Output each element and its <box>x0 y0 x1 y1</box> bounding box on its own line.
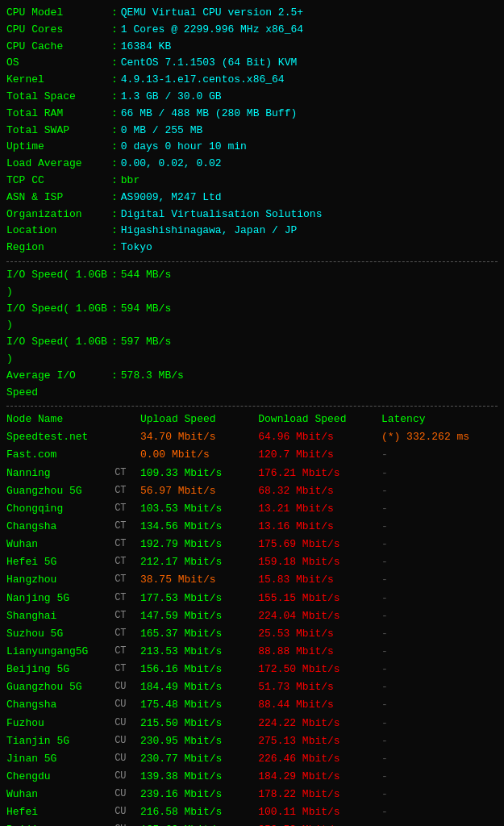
network-section: Node Name Upload Speed Download Speed La… <box>6 411 498 826</box>
system-info-row: Kernel: 4.9.13-1.el7.centos.x86_64 <box>6 72 498 89</box>
cell-download: 15.83 Mbit/s <box>258 571 381 589</box>
cell-isp: CT <box>115 482 140 500</box>
system-info-row: CPU Cache: 16384 KB <box>6 39 498 56</box>
cell-node: Hefei <box>6 803 115 821</box>
cell-download: 13.16 Mbit/s <box>258 518 381 536</box>
cell-download: 253.52 Mbit/s <box>258 821 381 826</box>
system-info-value: 1 Cores @ 2299.996 MHz x86_64 <box>121 22 303 39</box>
cell-isp: CT <box>115 643 140 661</box>
cell-isp <box>115 428 140 446</box>
cell-node: Beijing 5G <box>6 661 115 678</box>
cell-download: 175.69 Mbit/s <box>258 536 381 553</box>
cell-upload: 156.16 Mbit/s <box>140 661 258 678</box>
cell-isp: CT <box>115 571 140 589</box>
cell-upload: 38.75 Mbit/s <box>140 571 258 589</box>
system-info-row: TCP CC: bbr <box>6 173 498 190</box>
cell-isp: CU <box>115 768 140 786</box>
io-value: 544 MB/s <box>121 267 171 301</box>
network-table: Node Name Upload Speed Download Speed La… <box>6 411 498 826</box>
table-row: Lianyungang5GCT213.53 Mbit/s88.88 Mbit/s… <box>6 643 498 661</box>
io-label: I/O Speed( 1.0GB ) <box>6 334 111 368</box>
cell-download: 88.44 Mbit/s <box>258 696 381 714</box>
cell-isp: CU <box>115 715 140 732</box>
colon-separator: : <box>111 72 118 89</box>
table-row: WuhanCT192.79 Mbit/s175.69 Mbit/s- <box>6 536 498 553</box>
cell-download: 226.46 Mbit/s <box>258 750 381 768</box>
table-row: WuhanCU239.16 Mbit/s178.22 Mbit/s- <box>6 786 498 803</box>
cell-node: Guangzhou 5G <box>6 482 115 500</box>
cell-download: 64.96 Mbit/s <box>258 428 381 446</box>
cell-node: Changsha <box>6 696 115 714</box>
col-header-node: Node Name <box>6 411 140 428</box>
cell-latency: - <box>381 482 498 500</box>
cell-upload: 175.48 Mbit/s <box>140 696 258 714</box>
system-info-row: Load Average: 0.00, 0.02, 0.02 <box>6 156 498 173</box>
cell-download: 159.18 Mbit/s <box>258 553 381 571</box>
system-info-label: TCP CC <box>6 173 111 190</box>
system-info-value: Tokyo <box>121 240 152 257</box>
cell-download: 68.32 Mbit/s <box>258 482 381 500</box>
colon-separator: : <box>111 368 118 402</box>
system-info-label: Total Space <box>6 89 111 106</box>
cell-isp: CU <box>115 803 140 821</box>
table-row: Jinan 5GCU230.77 Mbit/s226.46 Mbit/s- <box>6 750 498 768</box>
cell-latency: - <box>381 678 498 696</box>
table-header-row: Node Name Upload Speed Download Speed La… <box>6 411 498 428</box>
cell-isp: CT <box>115 661 140 678</box>
cell-node: Hangzhou <box>6 571 115 589</box>
system-info-label: Location <box>6 223 111 240</box>
colon-separator: : <box>111 106 118 123</box>
colon-separator: : <box>111 334 118 368</box>
system-info-value: Higashishinagawa, Japan / JP <box>121 223 297 240</box>
cell-upload: 230.95 Mbit/s <box>140 732 258 750</box>
io-value: 594 MB/s <box>121 301 171 335</box>
cell-upload: 134.56 Mbit/s <box>140 518 258 536</box>
system-info-label: Kernel <box>6 72 111 89</box>
table-row: ChongqingCT103.53 Mbit/s13.21 Mbit/s- <box>6 500 498 518</box>
system-info-label: Organization <box>6 206 111 223</box>
cell-latency: - <box>381 732 498 750</box>
system-info-value: 16384 KB <box>121 39 171 56</box>
table-row: ChengduCU139.38 Mbit/s184.29 Mbit/s- <box>6 768 498 786</box>
cell-latency: - <box>381 625 498 643</box>
col-header-latency: Latency <box>381 411 498 428</box>
cell-latency: - <box>381 750 498 768</box>
io-info-row: I/O Speed( 1.0GB ): 597 MB/s <box>6 334 498 368</box>
cell-upload: 212.17 Mbit/s <box>140 553 258 571</box>
cell-latency: - <box>381 446 498 464</box>
table-row: FuzhouCU215.50 Mbit/s224.22 Mbit/s- <box>6 715 498 732</box>
system-info-label: OS <box>6 55 111 72</box>
cell-download: 155.15 Mbit/s <box>258 590 381 607</box>
cell-latency: - <box>381 571 498 589</box>
system-info-value: 4.9.13-1.el7.centos.x86_64 <box>121 72 285 89</box>
cell-latency: - <box>381 465 498 482</box>
cell-isp: CT <box>115 518 140 536</box>
cell-download: 178.22 Mbit/s <box>258 786 381 803</box>
system-info-row: ASN & ISP: AS9009, M247 Ltd <box>6 190 498 206</box>
io-label: Average I/O Speed <box>6 368 111 402</box>
table-row: ChangshaCU175.48 Mbit/s88.44 Mbit/s- <box>6 696 498 714</box>
io-label: I/O Speed( 1.0GB ) <box>6 267 111 301</box>
cell-download: 172.50 Mbit/s <box>258 661 381 678</box>
system-info-row: OS: CentOS 7.1.1503 (64 Bit) KVM <box>6 55 498 72</box>
cell-download: 120.7 Mbit/s <box>258 446 381 464</box>
system-info-label: Total SWAP <box>6 123 111 140</box>
system-info-row: Uptime: 0 days 0 hour 10 min <box>6 139 498 156</box>
cell-download: 224.22 Mbit/s <box>258 715 381 732</box>
system-info-value: bbr <box>121 173 140 190</box>
cell-upload: 184.49 Mbit/s <box>140 678 258 696</box>
cell-upload: 139.38 Mbit/s <box>140 768 258 786</box>
cell-node: Lianyungang5G <box>6 643 115 661</box>
system-info-row: Location: Higashishinagawa, Japan / JP <box>6 223 498 240</box>
cell-isp: CU <box>115 750 140 768</box>
io-info-row: I/O Speed( 1.0GB ): 544 MB/s <box>6 267 498 301</box>
system-info-label: Uptime <box>6 139 111 156</box>
table-row: Nanjing 5GCT177.53 Mbit/s155.15 Mbit/s- <box>6 590 498 607</box>
system-info-row: CPU Model: QEMU Virtual CPU version 2.5+ <box>6 5 498 22</box>
cell-isp: CT <box>115 607 140 625</box>
table-row: Fast.com0.00 Mbit/s120.7 Mbit/s- <box>6 446 498 464</box>
colon-separator: : <box>111 267 118 301</box>
colon-separator: : <box>111 240 118 257</box>
cell-isp: CT <box>115 500 140 518</box>
table-row: NanningCT109.33 Mbit/s176.21 Mbit/s- <box>6 465 498 482</box>
